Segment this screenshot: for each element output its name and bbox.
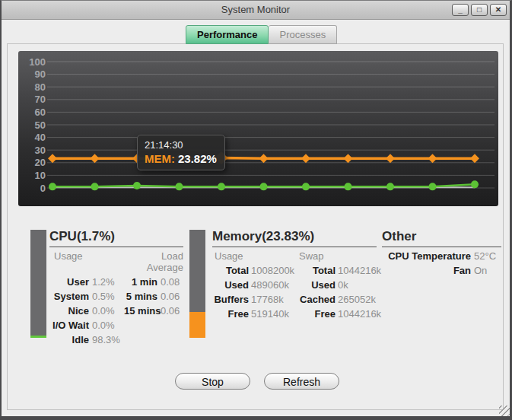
data-point-mem — [48, 154, 57, 163]
chart-canvas[interactable]: 1009080706050403020100 — [18, 51, 498, 206]
data-point-mem — [259, 154, 269, 163]
cpu-stat-value: 1.2% — [92, 276, 121, 288]
cpu-panel: CPU(1.7%) Usage Load Average User1.2%1 m… — [49, 229, 183, 345]
close-button[interactable]: ✕ — [490, 4, 507, 16]
data-point-cpu — [176, 183, 183, 190]
other-panel: Other CPU Temperature52°CFanOn — [382, 229, 501, 276]
tooltip-series-label: MEM: — [145, 152, 175, 165]
memory-swap-label: Used — [299, 279, 336, 291]
y-tick-label: 50 — [35, 119, 46, 131]
memory-gauge-fill — [189, 312, 205, 338]
y-tick-label: 90 — [35, 68, 46, 80]
data-point-cpu — [260, 183, 268, 190]
memory-panel: Memory(23.83%) Usage Swap Total1008200kT… — [212, 229, 377, 320]
cpu-column-headers: Usage Load Average — [49, 250, 183, 273]
chart-tooltip: 21:14:30 MEM:23.82% — [137, 135, 225, 170]
memory-gauge — [189, 230, 205, 338]
data-point-cpu — [471, 180, 479, 188]
maximize-button[interactable]: □ — [471, 4, 488, 16]
cpu-load-value — [161, 320, 183, 331]
memory-swap-label: Free — [299, 308, 336, 320]
cpu-load-label: 15 mins — [124, 305, 157, 317]
memory-usage-label: Buffers — [212, 294, 249, 305]
cpu-stat-label: User — [49, 276, 89, 288]
memory-usage-value: 519140k — [251, 308, 297, 320]
cpu-stat-value: 0.5% — [92, 291, 121, 302]
window-title: System Monitor — [2, 1, 510, 19]
other-stat-value: 52°C — [474, 250, 501, 262]
data-point-mem — [301, 154, 310, 163]
memory-swap-value: 1044216k — [338, 265, 382, 276]
cpu-panel-title: CPU(1.7%) — [49, 229, 183, 247]
memory-usage-label: Total — [212, 265, 249, 276]
data-point-cpu — [302, 183, 310, 190]
data-point-cpu — [91, 183, 99, 190]
cpu-load-label: 5 mins — [124, 291, 157, 302]
cpu-stat-value: 0.0% — [92, 320, 121, 331]
data-point-cpu — [429, 183, 437, 190]
tooltip-reading: MEM:23.82% — [145, 152, 218, 165]
memory-swap-value: 265052k — [338, 294, 382, 305]
memory-panel-title: Memory(23.83%) — [212, 229, 377, 247]
memory-swap-value: 1044216k — [338, 308, 382, 320]
tooltip-time: 21:14:30 — [145, 139, 218, 151]
cpu-gauge-fill — [30, 336, 46, 338]
y-tick-label: 0 — [40, 183, 46, 194]
memory-usage-value: 1008200k — [251, 265, 297, 276]
y-tick-label: 60 — [35, 107, 46, 118]
cpu-load-value: 0.06 — [161, 291, 183, 302]
cpu-load-label — [124, 334, 157, 345]
memory-usage-value: 17768k — [251, 294, 297, 305]
cpu-stat-value: 0.0% — [92, 305, 121, 317]
cpu-stat-value: 98.3% — [92, 334, 121, 345]
y-tick-label: 70 — [35, 94, 46, 105]
cpu-stat-label: Idle — [49, 334, 89, 345]
memory-usage-label: Used — [212, 279, 249, 291]
memory-swap-label: Cached — [299, 294, 336, 305]
cpu-stats-grid: User1.2%1 min0.08System0.5%5 mins0.06Nic… — [49, 276, 183, 345]
data-point-cpu — [218, 183, 225, 190]
refresh-button[interactable]: Refresh — [264, 373, 339, 390]
cpu-gauge — [30, 230, 46, 338]
data-point-cpu — [133, 182, 141, 189]
memory-usage-value: 489060k — [251, 279, 297, 291]
data-point-mem — [386, 154, 395, 163]
stop-button[interactable]: Stop — [175, 373, 250, 390]
window-controls: _ □ ✕ — [452, 4, 507, 16]
cpu-load-value — [161, 334, 183, 345]
title-bar[interactable]: System Monitor _ □ ✕ — [2, 1, 510, 20]
tab-bar: Performance Processes — [186, 25, 337, 44]
other-panel-title: Other — [382, 229, 501, 247]
other-stat-label: CPU Temperature — [382, 250, 471, 262]
memory-swap-value: 0k — [338, 279, 382, 291]
resize-grip[interactable] — [499, 406, 510, 416]
cpu-stat-label: I/O Wait — [49, 320, 89, 331]
tab-processes[interactable]: Processes — [269, 25, 337, 44]
data-point-mem — [428, 154, 437, 163]
data-point-mem — [470, 154, 479, 163]
performance-chart[interactable]: 1009080706050403020100 — [18, 51, 498, 206]
y-tick-label: 20 — [35, 157, 46, 168]
tooltip-value: 23.82% — [178, 152, 217, 165]
y-tick-label: 10 — [35, 170, 46, 181]
cpu-load-header: Load Average — [124, 250, 183, 273]
other-stat-value: On — [474, 265, 501, 276]
memory-usage-header: Usage — [212, 250, 297, 262]
memory-swap-label: Total — [299, 265, 336, 276]
data-point-cpu — [49, 183, 56, 190]
memory-usage-label: Free — [212, 308, 249, 320]
cpu-stat-label: System — [49, 291, 89, 302]
cpu-load-value: 0.08 — [161, 276, 183, 288]
data-point-cpu — [386, 183, 394, 190]
cpu-load-label — [124, 320, 157, 331]
cpu-stat-label: Nice — [49, 305, 89, 317]
cpu-usage-header: Usage — [49, 250, 121, 273]
y-tick-label: 40 — [35, 132, 46, 143]
data-point-cpu — [345, 183, 352, 190]
memory-stats-grid: Total1008200kTotal1044216kUsed489060kUse… — [212, 265, 377, 320]
memory-swap-header: Swap — [299, 250, 382, 262]
y-tick-label: 80 — [35, 81, 46, 93]
data-point-mem — [91, 154, 100, 163]
minimize-button[interactable]: _ — [452, 4, 469, 16]
tab-performance[interactable]: Performance — [186, 25, 269, 44]
